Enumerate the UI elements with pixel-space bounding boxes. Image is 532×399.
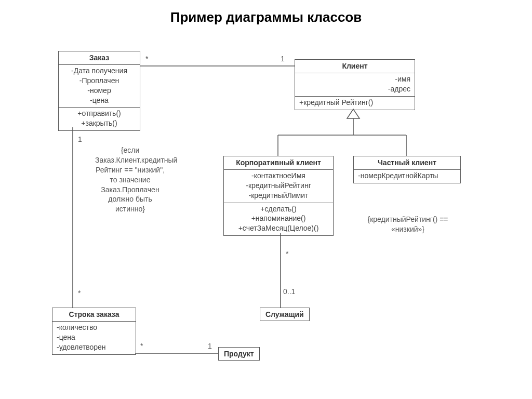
class-corp-client-attrs: -контактноеИмя -кредитныйРейтинг -кредит…: [224, 170, 333, 203]
class-product: Продукт: [218, 347, 260, 361]
class-order-ops: +отправить() +закрыть(): [59, 108, 140, 130]
class-order-attrs: -Дата получения -Проплачен -номер -цена: [59, 65, 140, 108]
mult-corp-emp-top: *: [286, 249, 288, 258]
class-employee: Служащий: [260, 308, 310, 321]
class-priv-client-name: Частный клиент: [354, 156, 460, 170]
mult-line-product-right: 1: [208, 342, 212, 350]
constraint-order-paid: {если Заказ.Клиент.кредитный Рейтинг == …: [95, 145, 165, 214]
class-order-line-name: Строка заказа: [52, 308, 136, 322]
class-corp-client: Корпоративный клиент -контактноеИмя -кре…: [223, 156, 334, 236]
class-order: Заказ -Дата получения -Проплачен -номер …: [58, 51, 140, 131]
class-client-attrs: -имя -адрес: [295, 73, 415, 97]
class-order-name: Заказ: [59, 51, 140, 65]
class-order-line-attrs: -количество -цена -удовлетворен: [52, 322, 136, 354]
diagram-canvas: Пример диаграммы классов Заказ -Дата пол…: [0, 0, 532, 399]
mult-corp-emp-bottom: 0..1: [283, 287, 295, 296]
mult-order-client-left: *: [145, 55, 148, 63]
class-corp-client-ops: +сделать() +напоминание() +счетЗаМесяц(Ц…: [224, 203, 333, 236]
class-client: Клиент -имя -адрес +кредитный Рейтинг(): [295, 59, 415, 110]
page-title: Пример диаграммы классов: [0, 9, 532, 25]
class-priv-client: Частный клиент -номерКредитнойКарты: [353, 156, 461, 183]
class-priv-client-attrs: -номерКредитнойКарты: [354, 170, 460, 183]
mult-order-line-bottom: *: [78, 289, 81, 297]
mult-line-product-left: *: [140, 342, 143, 350]
gen-client-arrowhead: [347, 109, 360, 118]
class-client-ops: +кредитный Рейтинг(): [295, 97, 415, 110]
mult-order-client-right: 1: [281, 55, 285, 63]
constraint-priv-rating: {кредитныйРейтинг() == «низкий»}: [353, 215, 462, 234]
mult-order-line-top: 1: [78, 135, 82, 143]
class-corp-client-name: Корпоративный клиент: [224, 156, 333, 170]
class-client-name: Клиент: [295, 60, 415, 73]
class-order-line: Строка заказа -количество -цена -удовлет…: [52, 308, 136, 355]
